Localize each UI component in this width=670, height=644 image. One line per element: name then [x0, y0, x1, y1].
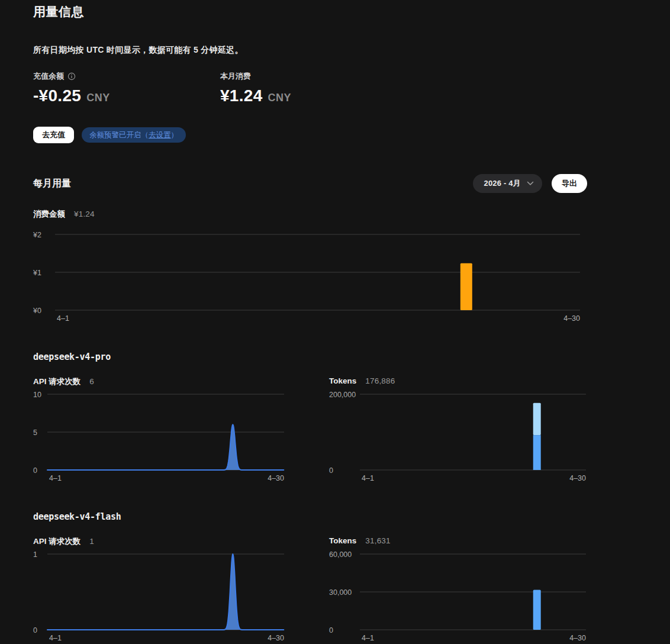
spend-stat-row: 消费金额 ¥1.24: [33, 209, 587, 220]
svg-text:4–30: 4–30: [569, 634, 586, 642]
spend-value: ¥1.24: [74, 210, 95, 218]
pro-api-requests-chart: 10504–14–30: [33, 391, 291, 484]
svg-text:200,000: 200,000: [329, 391, 356, 399]
actions-row: 去充值 余额预警已开启（去设置）: [33, 127, 587, 143]
month-spend-label: 本月消费: [220, 71, 251, 82]
topup-button[interactable]: 去充值: [33, 127, 74, 143]
svg-text:30,000: 30,000: [329, 588, 352, 597]
flash-api-requests-chart: 104–14–30: [33, 550, 291, 644]
svg-text:4–1: 4–1: [49, 474, 62, 482]
month-spend-block: 本月消费 ¥1.24 CNY: [220, 71, 587, 105]
svg-text:4–30: 4–30: [268, 474, 284, 482]
svg-text:4–30: 4–30: [569, 474, 586, 482]
svg-text:10: 10: [33, 391, 41, 399]
alert-settings-link[interactable]: 去设置: [149, 130, 171, 140]
flash-api-label: API 请求次数: [33, 536, 80, 547]
svg-text:1: 1: [33, 550, 37, 559]
pro-api-value: 6: [89, 377, 94, 386]
flash-api-stat: API 请求次数 1: [33, 536, 291, 547]
pro-tokens-value: 176,886: [365, 376, 395, 385]
pro-charts: 10504–14–30 200,00004–14–30: [33, 391, 587, 484]
model-name-pro: deepseek-v4-pro: [33, 352, 587, 362]
balance-alert-badge: 余额预警已开启（去设置）: [82, 127, 186, 143]
pro-tokens-label: Tokens: [329, 376, 356, 385]
balance-summary: 充值余额 -¥0.25 CNY 本月消费 ¥1.24 CNY: [33, 71, 587, 105]
svg-text:¥2: ¥2: [33, 231, 41, 239]
flash-tokens-value: 31,631: [365, 536, 391, 545]
svg-text:0: 0: [33, 626, 37, 635]
month-spend-currency: CNY: [268, 92, 292, 104]
spend-label: 消费金额: [33, 209, 65, 220]
svg-text:0: 0: [33, 466, 37, 475]
svg-text:4–30: 4–30: [268, 634, 284, 642]
svg-text:4–1: 4–1: [362, 634, 374, 642]
usage-page: 用量信息 所有日期均按 UTC 时间显示，数据可能有 5 分钟延迟。 充值余额 …: [0, 0, 587, 644]
monthly-usage-title: 每月用量: [33, 178, 71, 190]
alert-text-prefix: 余额预警已开启（: [89, 130, 149, 140]
month-selector[interactable]: 2026 - 4月: [473, 174, 542, 193]
svg-text:5: 5: [33, 429, 37, 437]
svg-text:60,000: 60,000: [329, 550, 352, 559]
pro-stats: API 请求次数 6 Tokens 176,886: [33, 376, 587, 387]
balance-label: 充值余额: [33, 71, 64, 82]
svg-text:4–1: 4–1: [49, 634, 62, 642]
model-name-flash: deepseek-v4-flash: [33, 511, 587, 522]
flash-tokens-chart: 60,00030,00004–14–30: [329, 550, 587, 644]
flash-tokens-stat: Tokens 31,631: [329, 536, 587, 547]
svg-text:4–1: 4–1: [362, 474, 374, 482]
monthly-usage-header: 每月用量 2026 - 4月 导出: [33, 174, 587, 193]
chevron-down-icon: [527, 181, 534, 186]
svg-text:0: 0: [329, 626, 333, 635]
svg-text:4–1: 4–1: [57, 314, 69, 323]
balance-currency: CNY: [86, 92, 110, 104]
export-button[interactable]: 导出: [552, 174, 587, 193]
pro-tokens-stat: Tokens 176,886: [329, 376, 587, 387]
flash-api-value: 1: [89, 537, 94, 546]
svg-text:¥1: ¥1: [33, 269, 41, 277]
svg-text:¥0: ¥0: [33, 307, 41, 315]
balance-block: 充值余额 -¥0.25 CNY: [33, 71, 220, 105]
svg-text:4–30: 4–30: [563, 314, 580, 323]
monthly-spend-chart: ¥2¥1¥04–14–30: [33, 231, 587, 324]
flash-tokens-label: Tokens: [329, 536, 356, 545]
flash-stats: API 请求次数 1 Tokens 31,631: [33, 536, 587, 547]
pro-api-label: API 请求次数: [33, 376, 80, 387]
svg-text:0: 0: [329, 466, 333, 475]
alert-text-suffix: ）: [171, 130, 179, 140]
pro-api-stat: API 请求次数 6: [33, 376, 291, 387]
info-icon[interactable]: [67, 72, 76, 80]
month-spend-amount: ¥1.24: [220, 86, 263, 105]
pro-tokens-chart: 200,00004–14–30: [329, 391, 587, 484]
page-title: 用量信息: [33, 4, 587, 20]
flash-charts: 104–14–30 60,00030,00004–14–30: [33, 550, 587, 644]
timezone-note: 所有日期均按 UTC 时间显示，数据可能有 5 分钟延迟。: [33, 45, 587, 56]
balance-amount: -¥0.25: [33, 86, 81, 105]
month-selector-value: 2026 - 4月: [484, 178, 521, 189]
